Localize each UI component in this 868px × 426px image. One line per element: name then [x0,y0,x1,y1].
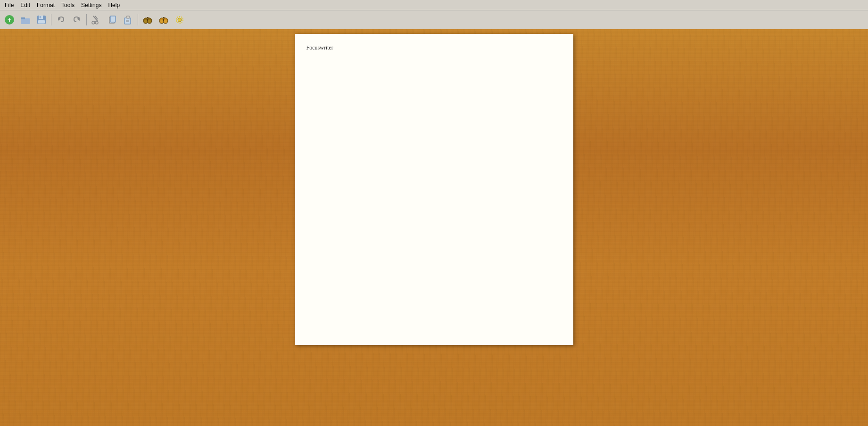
menu-tools[interactable]: Tools [58,1,77,9]
menubar: File Edit Format Tools Settings Help [0,0,868,10]
toolbar: + [0,10,868,29]
redo-icon [72,15,82,25]
svg-point-33 [178,18,182,22]
separator-2 [86,14,87,25]
menu-settings[interactable]: Settings [78,1,104,9]
document-page[interactable]: Focuswriter [295,34,573,345]
svg-rect-6 [39,16,43,19]
separator-3 [138,14,138,25]
replace-icon [158,15,169,25]
menu-format[interactable]: Format [34,1,58,9]
svg-rect-18 [126,16,130,18]
svg-point-31 [164,19,167,23]
svg-rect-17 [124,18,131,24]
save-icon [36,15,47,25]
svg-rect-8 [38,20,45,24]
paste-icon [123,15,133,25]
svg-point-30 [160,19,163,23]
cut-button[interactable] [89,12,104,27]
cut-icon [91,15,101,25]
menu-file[interactable]: File [2,1,17,9]
open-button[interactable] [18,12,33,27]
find-icon [142,15,153,25]
svg-rect-32 [163,17,165,18]
svg-rect-16 [110,16,116,22]
new-icon: + [4,15,15,25]
paste-button[interactable] [121,12,136,27]
preferences-button[interactable] [172,12,187,27]
menu-help[interactable]: Help [105,1,123,9]
preferences-icon [174,15,185,25]
svg-point-24 [144,19,147,23]
find-button[interactable] [140,12,155,27]
main-area: Focuswriter [0,29,868,426]
copy-button[interactable] [105,12,120,27]
svg-point-14 [95,21,98,24]
svg-rect-4 [21,17,25,19]
menu-edit[interactable]: Edit [17,1,33,9]
svg-rect-26 [147,17,149,18]
svg-point-13 [92,21,95,24]
document-title-text: Focuswriter [306,44,333,51]
svg-text:+: + [8,16,11,24]
open-icon [20,15,31,25]
undo-icon [56,15,66,25]
redo-button[interactable] [69,12,84,27]
svg-rect-7 [40,16,41,18]
svg-rect-23 [147,19,148,21]
copy-icon [107,15,117,25]
save-button[interactable] [34,12,49,27]
undo-button[interactable] [53,12,68,27]
svg-rect-29 [163,19,164,21]
separator-1 [51,14,51,25]
document-content[interactable]: Focuswriter [306,43,562,52]
new-button[interactable]: + [2,12,17,27]
replace-button[interactable] [156,12,171,27]
svg-point-25 [148,19,151,23]
